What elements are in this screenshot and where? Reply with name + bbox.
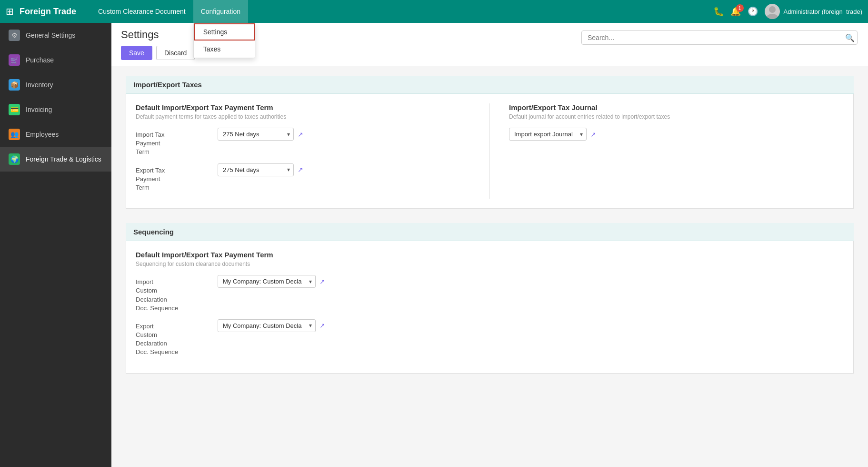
export-custom-select[interactable]: My Company: Custom Decla <box>218 319 316 332</box>
card-payment-term-desc: Default payment terms for taxes applied … <box>136 113 470 120</box>
journal-select[interactable]: Import export Journal <box>509 128 587 141</box>
search-icon: 🔍 <box>845 33 855 42</box>
search-input[interactable] <box>581 30 858 45</box>
import-tax-label: Import TaxPaymentTerm <box>136 128 212 157</box>
dropdown-settings[interactable]: Settings <box>194 23 255 41</box>
sidebar-item-employees[interactable]: 👥 Employees <box>0 122 111 147</box>
import-tax-control: 275 Net days ↗ <box>218 128 303 141</box>
grid-icon[interactable]: ⊞ <box>6 6 14 17</box>
import-custom-external-link[interactable]: ↗ <box>319 278 325 285</box>
sidebar-label-foreign: Foreign Trade & Logistics <box>26 155 101 163</box>
card-payment-term: Default Import/Export Tax Payment Term D… <box>136 103 470 199</box>
card-sequencing: Default Import/Export Tax Payment Term S… <box>136 251 421 357</box>
svg-point-1 <box>766 14 778 19</box>
purchase-icon: 🛒 <box>9 54 20 66</box>
section-body-import-export: Default Import/Export Tax Payment Term D… <box>126 94 854 209</box>
content-body: Import/Export Taxes Default Import/Expor… <box>111 66 868 397</box>
nav-configuration[interactable]: Configuration Settings Taxes <box>193 0 248 23</box>
sidebar-label-inventory: Inventory <box>26 81 53 89</box>
sidebar-item-general-settings[interactable]: ⚙ General Settings <box>0 23 111 48</box>
seq-card-title: Default Import/Export Tax Payment Term <box>136 251 421 259</box>
export-custom-external-link[interactable]: ↗ <box>319 322 325 329</box>
import-custom-select-wrap: My Company: Custom Decla <box>218 275 316 288</box>
configuration-dropdown: Settings Taxes <box>193 23 255 58</box>
sidebar-label-general: General Settings <box>26 31 75 39</box>
form-row-import-custom: ImportCustomDeclarationDoc. Sequence My … <box>136 275 421 313</box>
bug-icon[interactable]: 🐛 <box>713 6 724 17</box>
section-header-import-export: Import/Export Taxes <box>126 76 854 94</box>
import-tax-select[interactable]: 275 Net days <box>218 128 294 141</box>
section-body-sequencing: Default Import/Export Tax Payment Term S… <box>126 241 854 374</box>
card-journal-title: Import/Export Tax Journal <box>509 103 844 112</box>
sidebar-label-invoicing: Invoicing <box>26 106 52 113</box>
dropdown-taxes[interactable]: Taxes <box>194 41 255 58</box>
import-tax-select-wrap: 275 Net days <box>218 128 294 141</box>
main-content: Settings Save Discard Unsaved changes 🔍 … <box>111 23 868 467</box>
sidebar-item-foreign-trade[interactable]: 🌍 Foreign Trade & Logistics <box>0 147 111 172</box>
import-custom-select[interactable]: My Company: Custom Decla <box>218 275 316 288</box>
section-header-sequencing: Sequencing <box>126 223 854 241</box>
export-tax-select[interactable]: 275 Net days <box>218 163 294 176</box>
import-tax-external-link[interactable]: ↗ <box>298 131 303 138</box>
import-custom-label: ImportCustomDeclarationDoc. Sequence <box>136 275 212 313</box>
form-row-export-custom: ExportCustomDeclarationDoc. Sequence My … <box>136 319 421 357</box>
sidebar-label-employees: Employees <box>26 131 59 138</box>
form-row-export-tax: Export TaxPaymentTerm 275 Net days ↗ <box>136 163 470 193</box>
journal-external-link[interactable]: ↗ <box>590 131 596 138</box>
form-row-import-tax: Import TaxPaymentTerm 275 Net days ↗ <box>136 128 470 157</box>
nav-custom-clearance[interactable]: Custom Clearance Document <box>90 0 193 23</box>
bell-icon[interactable]: 🔔 1 <box>730 6 741 17</box>
cards-row-import-export: Default Import/Export Tax Payment Term D… <box>136 103 844 199</box>
card-payment-term-title: Default Import/Export Tax Payment Term <box>136 103 470 112</box>
section-import-export-taxes: Import/Export Taxes Default Import/Expor… <box>126 76 854 209</box>
sidebar-label-purchase: Purchase <box>26 56 54 64</box>
notification-badge: 1 <box>736 4 744 12</box>
import-custom-control: My Company: Custom Decla ↗ <box>218 275 325 288</box>
export-custom-select-wrap: My Company: Custom Decla <box>218 319 316 332</box>
sidebar-item-inventory[interactable]: 📦 Inventory <box>0 72 111 97</box>
user-menu[interactable]: Administrator (foreign_trade) <box>765 4 862 19</box>
card-divider <box>489 103 490 199</box>
export-custom-control: My Company: Custom Decla ↗ <box>218 319 325 332</box>
invoicing-icon: 💳 <box>9 104 20 115</box>
general-settings-icon: ⚙ <box>9 30 20 41</box>
avatar <box>765 4 780 19</box>
foreign-trade-icon: 🌍 <box>9 153 20 165</box>
sidebar-item-invoicing[interactable]: 💳 Invoicing <box>0 97 111 122</box>
navbar-menu: Custom Clearance Document Configuration … <box>90 0 713 23</box>
layout: ⚙ General Settings 🛒 Purchase 📦 Inventor… <box>0 23 868 467</box>
section-sequencing: Sequencing Default Import/Export Tax Pay… <box>126 223 854 374</box>
discard-button[interactable]: Discard <box>156 46 195 60</box>
export-custom-label: ExportCustomDeclarationDoc. Sequence <box>136 319 212 357</box>
journal-control: Import export Journal ↗ <box>509 128 596 141</box>
journal-select-wrap: Import export Journal <box>509 128 587 141</box>
navbar-right: 🐛 🔔 1 🕐 Administrator (foreign_trade) <box>713 4 862 19</box>
save-button[interactable]: Save <box>121 46 152 60</box>
export-tax-select-wrap: 275 Net days <box>218 163 294 176</box>
username: Administrator (foreign_trade) <box>784 8 862 15</box>
clock-icon[interactable]: 🕐 <box>748 6 758 17</box>
export-tax-external-link[interactable]: ↗ <box>298 166 303 173</box>
app-title: Foreign Trade <box>20 7 76 17</box>
export-tax-label: Export TaxPaymentTerm <box>136 163 212 193</box>
employees-icon: 👥 <box>9 129 20 140</box>
navbar: ⊞ Foreign Trade Custom Clearance Documen… <box>0 0 868 23</box>
svg-point-0 <box>769 6 776 13</box>
sidebar: ⚙ General Settings 🛒 Purchase 📦 Inventor… <box>0 23 111 467</box>
seq-card-desc: Sequencing for custom clearance document… <box>136 261 421 267</box>
card-journal: Import/Export Tax Journal Default journa… <box>509 103 844 199</box>
form-row-journal: Import export Journal ↗ <box>509 128 844 141</box>
sidebar-item-purchase[interactable]: 🛒 Purchase <box>0 48 111 72</box>
card-journal-desc: Default journal for account entries rela… <box>509 113 844 120</box>
inventory-icon: 📦 <box>9 79 20 91</box>
export-tax-control: 275 Net days ↗ <box>218 163 303 176</box>
